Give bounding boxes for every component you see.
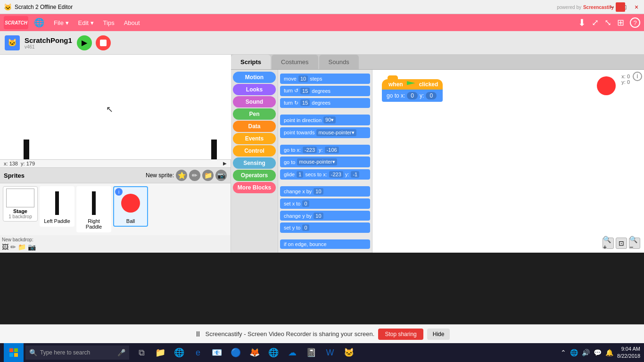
taskbar-app2[interactable]: 🦊 bbox=[246, 344, 263, 361]
globe-icon[interactable]: 🌐 bbox=[34, 17, 44, 28]
info-icon[interactable]: i bbox=[633, 72, 642, 81]
titlebar-left: 🐱 Scratch 2 Offline Editor bbox=[4, 3, 73, 11]
tab-sounds[interactable]: Sounds bbox=[319, 55, 359, 69]
block-if-on-edge-bounce[interactable]: if on edge, bounce bbox=[280, 239, 370, 249]
backdrop-camera-icon[interactable]: 📷 bbox=[28, 243, 36, 251]
taskbar-clock[interactable]: 9:04 AM 8/22/2018 bbox=[617, 346, 640, 360]
expand-icon[interactable]: ⤡ bbox=[604, 17, 611, 28]
menu-tips[interactable]: Tips bbox=[99, 17, 118, 28]
taskbar-onenote[interactable]: 📓 bbox=[303, 344, 320, 361]
stop-sharing-button[interactable]: Stop sharing bbox=[378, 329, 423, 340]
category-motion[interactable]: Motion bbox=[233, 72, 276, 83]
go-to-block-in-editor[interactable]: go to x: 0 y: 0 bbox=[382, 90, 443, 102]
block-change-y[interactable]: change y by 10 bbox=[280, 211, 370, 221]
taskbar-right: ⌃ 🌐 🔊 💬 🔔 9:04 AM 8/22/2018 bbox=[561, 346, 640, 360]
category-sound[interactable]: Sound bbox=[233, 96, 276, 107]
new-backdrop-area: New backdrop: 🖼 ✏ 📁 📷 bbox=[0, 235, 231, 253]
taskbar-chevron-up-icon[interactable]: ⌃ bbox=[561, 349, 566, 356]
taskbar-edge[interactable]: 🌐 bbox=[171, 344, 188, 361]
search-input-area[interactable]: 🔍 Type here to search 🎤 bbox=[25, 346, 129, 360]
stage-backdrop-count: 1 backdrop bbox=[8, 214, 32, 219]
help-icon[interactable]: ? bbox=[630, 17, 640, 28]
block-turn-cw[interactable]: turn ↻ 15 degrees bbox=[280, 98, 370, 108]
block-go-to-xy[interactable]: go to x: -223 y: -106 bbox=[280, 145, 370, 155]
sprites-header: Sprites New sprite: ⭐ ✏ 📁 📷 bbox=[0, 168, 231, 183]
arrows-icon[interactable]: ⤢ bbox=[592, 17, 599, 28]
new-sprite-pencil-button[interactable]: ✏ bbox=[189, 170, 200, 181]
sprite-ball[interactable]: i Ball bbox=[113, 186, 148, 227]
sprite-left-paddle[interactable]: Left Paddle bbox=[40, 186, 74, 227]
category-pen[interactable]: Pen bbox=[233, 108, 276, 120]
flag-icon-in-block bbox=[407, 81, 415, 88]
category-sensing[interactable]: Sensing bbox=[233, 157, 276, 169]
taskbar-file-explorer[interactable]: 📁 bbox=[152, 344, 169, 361]
block-glide[interactable]: glide 1 secs to x: -223 y: -1 bbox=[280, 169, 370, 180]
screencastify-message: Screencastify - Screen Video Recorder is… bbox=[206, 330, 375, 337]
zoom-out-button[interactable]: 🔍− bbox=[629, 238, 640, 249]
backdrop-pencil-icon[interactable]: ✏ bbox=[10, 243, 16, 251]
block-move-steps[interactable]: move 10 steps bbox=[280, 74, 370, 84]
block-set-x[interactable]: set x to 0 bbox=[280, 198, 370, 209]
script-editor[interactable]: i x: 0 y: 0 when clicked bbox=[372, 70, 644, 253]
category-events[interactable]: Events bbox=[233, 133, 276, 144]
search-placeholder: Type here to search bbox=[40, 349, 90, 356]
stage-canvas[interactable]: ↖ bbox=[0, 55, 231, 160]
taskbar-outlook[interactable]: 📧 bbox=[208, 344, 225, 361]
stage-thumbnail[interactable]: Stage 1 backdrop bbox=[3, 186, 38, 222]
pause-icon[interactable]: ⏸ bbox=[194, 330, 202, 338]
main-content: ↖ x: 138 y: 179 ▶ Sprites New sprite: ⭐ … bbox=[0, 55, 644, 253]
zoom-reset-button[interactable]: ⊡ bbox=[616, 238, 627, 249]
taskbar-volume-icon[interactable]: 🔊 bbox=[582, 349, 590, 356]
taskbar-app1[interactable]: 🔵 bbox=[227, 344, 244, 361]
menu-edit[interactable]: Edit ▾ bbox=[74, 17, 98, 28]
taskbar-onedrive[interactable]: ☁ bbox=[284, 344, 301, 361]
fullscreen-icon[interactable]: ⊞ bbox=[617, 17, 624, 28]
block-go-to-mouse[interactable]: go to mouse-pointer▾ bbox=[280, 156, 370, 167]
taskbar-scratch[interactable]: 🐱 bbox=[340, 344, 357, 361]
green-flag-button[interactable]: ▶ bbox=[77, 35, 92, 50]
taskbar-ie[interactable]: e bbox=[190, 344, 206, 361]
category-data[interactable]: Data bbox=[233, 121, 276, 132]
category-more-blocks[interactable]: More Blocks bbox=[233, 182, 276, 193]
start-button[interactable] bbox=[4, 343, 24, 362]
hide-button[interactable]: Hide bbox=[427, 329, 450, 340]
category-control[interactable]: Control bbox=[233, 145, 276, 156]
sprites-panel: Sprites New sprite: ⭐ ✏ 📁 📷 Stage 1 back… bbox=[0, 168, 231, 253]
expand-stage-icon[interactable]: ▶ bbox=[223, 161, 227, 166]
backdrop-folder-icon[interactable]: 📁 bbox=[18, 243, 26, 251]
close-button[interactable]: × bbox=[633, 3, 640, 11]
scratch-logo[interactable]: SCRATCH bbox=[4, 16, 28, 29]
tab-scripts[interactable]: Scripts bbox=[231, 55, 271, 69]
taskbar-task-view[interactable]: ⧉ bbox=[133, 344, 150, 361]
sprite-right-paddle[interactable]: Right Paddle bbox=[76, 186, 111, 232]
block-turn-ccw[interactable]: turn ↺ 15 degrees bbox=[280, 86, 370, 96]
script-block-group: when clicked go to x: 0 y: 0 bbox=[382, 79, 443, 102]
block-set-y[interactable]: set y to 0 bbox=[280, 222, 370, 233]
block-point-towards[interactable]: point towards mouse-pointer▾ bbox=[280, 127, 370, 138]
project-name[interactable]: ScratchPong1 bbox=[25, 36, 72, 44]
new-sprite-camera-button[interactable]: 📷 bbox=[215, 170, 227, 181]
taskbar-word[interactable]: W bbox=[322, 344, 339, 361]
new-sprite-folder-button[interactable]: 📁 bbox=[202, 170, 214, 181]
download-icon[interactable]: ⬇ bbox=[578, 17, 586, 28]
category-looks[interactable]: Looks bbox=[233, 84, 276, 95]
new-sprite-paint-button[interactable]: ⭐ bbox=[176, 170, 187, 181]
coord-y: 179 bbox=[26, 161, 35, 166]
microphone-icon[interactable]: 🎤 bbox=[117, 349, 125, 356]
taskbar-network-icon[interactable]: 🌐 bbox=[570, 349, 578, 356]
menu-about[interactable]: About bbox=[120, 17, 144, 28]
block-list: move 10 steps turn ↺ 15 degrees turn ↻ 1… bbox=[278, 70, 372, 253]
block-point-direction[interactable]: point in direction 90▾ bbox=[280, 115, 370, 125]
when-clicked-hat[interactable]: when clicked bbox=[382, 79, 443, 90]
block-change-x[interactable]: change x by 10 bbox=[280, 186, 370, 197]
stop-button[interactable] bbox=[96, 35, 111, 50]
block-x-value: 0 bbox=[407, 92, 418, 99]
menu-file[interactable]: File ▾ bbox=[50, 17, 73, 28]
zoom-in-button[interactable]: 🔍+ bbox=[603, 238, 614, 249]
taskbar-speech-icon[interactable]: 💬 bbox=[594, 349, 602, 356]
backdrop-paint-icon[interactable]: 🖼 bbox=[2, 243, 8, 251]
category-operators[interactable]: Operators bbox=[233, 170, 276, 181]
taskbar-chrome[interactable]: 🌐 bbox=[265, 344, 282, 361]
taskbar-notifications-icon[interactable]: 🔔 bbox=[605, 349, 613, 356]
tab-costumes[interactable]: Costumes bbox=[272, 55, 318, 69]
